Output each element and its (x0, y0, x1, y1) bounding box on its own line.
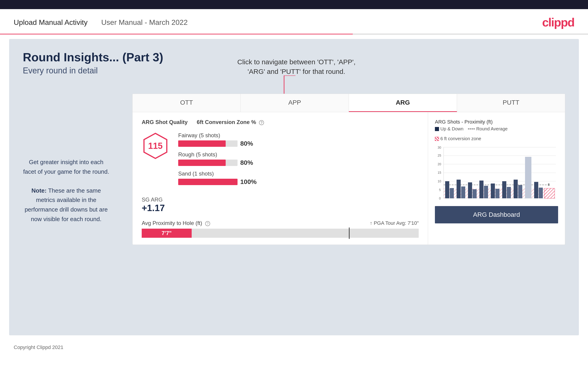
svg-rect-29 (491, 184, 495, 198)
proximity-help-icon[interactable]: ? (205, 221, 210, 226)
hex-container: 115 Fairway (5 shots) 80% (142, 132, 419, 190)
svg-rect-25 (468, 182, 472, 198)
legend-up-down: Up & Down (435, 126, 463, 132)
proximity-header: Avg Proximity to Hole (ft) ? ↑ PGA Tour … (142, 220, 419, 226)
svg-rect-21 (445, 181, 449, 198)
svg-text:20: 20 (438, 162, 441, 166)
copyright: Copyright Clippd 2021 (14, 344, 63, 350)
hexagon: 115 (142, 132, 169, 159)
bar-track-sand (178, 179, 238, 185)
svg-text:30: 30 (438, 146, 441, 149)
header: Upload Manual Activity User Manual - Mar… (0, 9, 588, 34)
legend-6ft: 6 ft conversion zone (435, 136, 481, 141)
bar-pct-rough: 80% (240, 159, 253, 167)
document-title: User Manual - March 2022 (101, 18, 188, 27)
shot-label-fairway: Fairway (5 shots) (178, 132, 419, 139)
tab-bar: OTT APP ARG PUTT (133, 94, 565, 112)
bar-fill-fairway (178, 141, 226, 147)
shot-quality-label: ARG Shot Quality (142, 119, 188, 125)
hex-value: 115 (148, 141, 163, 151)
legend-dashed-icon (468, 129, 475, 129)
svg-rect-33 (514, 180, 518, 198)
svg-rect-27 (479, 181, 484, 198)
tab-arg[interactable]: ARG (349, 94, 457, 112)
bar-pct-fairway: 80% (240, 140, 253, 147)
svg-text:8: 8 (548, 183, 550, 186)
header-divider (0, 34, 588, 34)
bar-pct-sand: 100% (240, 178, 257, 185)
svg-text:5: 5 (439, 188, 441, 192)
footer: Copyright Clippd 2021 (0, 340, 588, 355)
sg-value: +1.17 (142, 203, 419, 213)
bar-fill-rough (178, 159, 226, 166)
header-left: Upload Manual Activity User Manual - Mar… (14, 18, 188, 27)
main-panel: OTT APP ARG PUTT ARG Shot Quality 6ft Co… (132, 94, 565, 245)
dashboard-button[interactable]: ARG Dashboard (435, 206, 558, 223)
chart-title: ARG Shots - Proximity (ft) (435, 119, 558, 125)
panel-right: ARG Shots - Proximity (ft) Up & Down Rou… (428, 112, 565, 245)
shot-label-rough: Rough (5 shots) (178, 151, 419, 158)
svg-rect-28 (484, 186, 488, 198)
legend-square-icon (435, 127, 439, 131)
panel-left: ARG Shot Quality 6ft Conversion Zone % ?… (133, 112, 428, 245)
bar-row-sand: 100% (178, 178, 419, 185)
svg-rect-24 (461, 186, 465, 198)
svg-rect-22 (450, 188, 454, 198)
sg-section: SG ARG +1.17 (142, 197, 419, 213)
panel-body: ARG Shot Quality 6ft Conversion Zone % ?… (133, 112, 565, 245)
svg-rect-30 (495, 189, 500, 198)
bar-row-fairway: 80% (178, 140, 419, 147)
shot-bars: Fairway (5 shots) 80% Rough (5 shots) (178, 132, 419, 190)
svg-rect-36 (534, 182, 538, 198)
proximity-value: 7'7" (162, 230, 172, 236)
tab-ott[interactable]: OTT (133, 94, 241, 112)
proximity-label: Avg Proximity to Hole (ft) ? (142, 220, 210, 226)
chart-legend: Up & Down Round Average 6 ft conversion … (435, 126, 558, 141)
legend-hatch-icon (435, 137, 439, 141)
nav-hint: Click to navigate between 'OTT', 'APP', … (237, 57, 355, 76)
svg-text:10: 10 (438, 179, 441, 183)
svg-rect-23 (457, 180, 461, 198)
upload-label: Upload Manual Activity (14, 18, 88, 27)
shot-row-sand: Sand (1 shots) 100% (178, 170, 419, 185)
proximity-cursor (349, 227, 350, 239)
chart-svg: 0 5 10 15 20 25 30 (435, 146, 558, 203)
main-content: Round Insights... (Part 3) Every round i… (9, 39, 579, 335)
svg-rect-26 (473, 189, 477, 198)
proximity-section: Avg Proximity to Hole (ft) ? ↑ PGA Tour … (142, 220, 419, 238)
svg-text:0: 0 (439, 197, 441, 200)
tab-putt[interactable]: PUTT (457, 94, 565, 112)
svg-text:25: 25 (438, 154, 441, 157)
help-icon[interactable]: ? (259, 120, 264, 125)
svg-text:15: 15 (438, 171, 441, 174)
svg-rect-34 (518, 185, 522, 198)
proximity-bar-fill: 7'7" (142, 229, 192, 238)
svg-rect-37 (539, 188, 543, 198)
section-header: ARG Shot Quality 6ft Conversion Zone % ? (142, 119, 419, 125)
logo: clippd (542, 16, 574, 29)
shot-row-fairway: Fairway (5 shots) 80% (178, 132, 419, 147)
svg-rect-35 (525, 157, 531, 198)
tab-app[interactable]: APP (241, 94, 349, 112)
top-bar (0, 0, 588, 9)
svg-rect-31 (502, 181, 506, 198)
legend-round-avg: Round Average (468, 126, 508, 132)
conversion-zone-label: 6ft Conversion Zone % ? (197, 119, 264, 125)
svg-rect-38 (545, 188, 555, 198)
svg-rect-32 (507, 187, 511, 198)
proximity-bar-track: 7'7" (142, 229, 419, 238)
shot-row-rough: Rough (5 shots) 80% (178, 151, 419, 167)
shot-label-sand: Sand (1 shots) (178, 170, 419, 177)
sg-label: SG ARG (142, 197, 419, 203)
left-description: Get greater insight into each facet of y… (23, 158, 110, 224)
bar-fill-sand (178, 179, 238, 185)
bar-track-fairway (178, 141, 238, 147)
pga-avg: ↑ PGA Tour Avg: 7'10" (370, 220, 419, 226)
bar-row-rough: 80% (178, 159, 419, 167)
bar-track-rough (178, 159, 238, 166)
